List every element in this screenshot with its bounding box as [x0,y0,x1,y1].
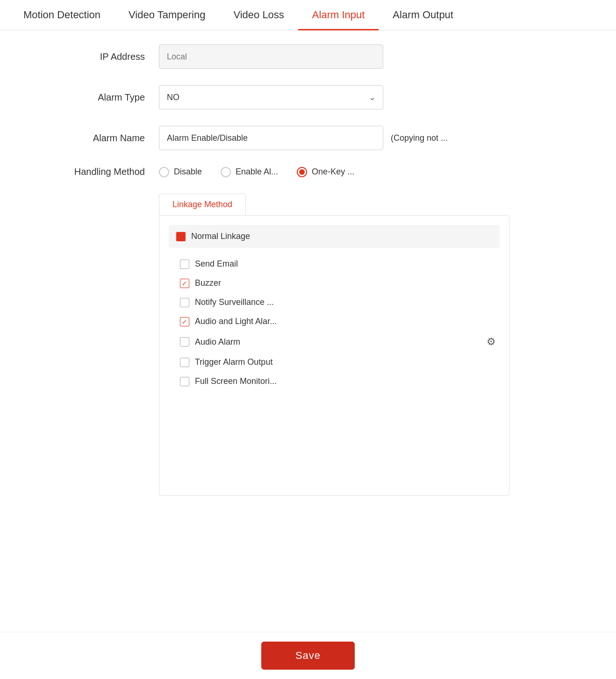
checkbox-buzzer[interactable]: ✓ [180,279,189,288]
ip-address-control [159,44,588,69]
radio-label-one-key: One-Key ... [312,167,354,177]
checkbox-label-send-email: Send Email [195,259,238,269]
alarm-type-select[interactable]: NONC [159,85,383,109]
ip-address-input[interactable] [159,44,383,69]
checkbox-row-full-screen-monitor: Full Screen Monitori... [176,372,500,391]
checkbox-label-buzzer: Buzzer [195,278,221,288]
handling-method-control: DisableEnable Al...One-Key ... [159,167,588,177]
checkbox-label-full-screen-monitor: Full Screen Monitori... [195,376,277,386]
handling-method-row: Handling Method DisableEnable Al...One-K… [28,166,588,177]
checkbox-row-notify-surveillance: Notify Surveillance ... [176,293,500,312]
checkbox-full-screen-monitor[interactable] [180,377,189,386]
radio-one-key[interactable]: One-Key ... [297,167,354,177]
gear-icon[interactable]: ⚙ [487,336,496,348]
checkbox-row-trigger-alarm-output: Trigger Alarm Output [176,353,500,372]
linkage-method-tab[interactable]: Linkage Method [159,194,246,215]
checkbox-trigger-alarm-output[interactable] [180,358,189,367]
form-content: IP Address Alarm Type NONC ⌄ Alarm Name … [0,30,616,524]
checkbox-label-notify-surveillance: Notify Surveillance ... [195,297,274,307]
radio-enable-al[interactable]: Enable Al... [221,167,278,177]
alarm-name-input[interactable] [159,126,383,150]
radio-label-disable: Disable [174,167,202,177]
radio-circle-one-key [297,167,307,177]
alarm-type-control: NONC ⌄ [159,85,588,109]
checkbox-list: Send Email✓BuzzerNotify Surveillance ...… [169,250,500,396]
radio-group: DisableEnable Al...One-Key ... [159,167,354,177]
save-bar: Save [0,632,616,679]
tab-video-loss[interactable]: Video Loss [219,0,298,30]
linkage-panel: Linkage Method Normal Linkage Send Email… [159,194,588,496]
tab-bar: Motion DetectionVideo TamperingVideo Los… [0,0,616,30]
ip-address-row: IP Address [28,44,588,69]
alarm-name-row: Alarm Name (Copying not ... [28,126,588,150]
alarm-name-label: Alarm Name [28,133,159,144]
checkbox-send-email[interactable] [180,260,189,269]
normal-linkage-header: Normal Linkage [169,225,500,248]
tab-video-tampering[interactable]: Video Tampering [115,0,219,30]
radio-circle-disable [159,167,169,177]
checkbox-row-buzzer: ✓Buzzer [176,274,500,293]
linkage-body: Normal Linkage Send Email✓BuzzerNotify S… [159,215,509,496]
save-button[interactable]: Save [261,642,355,670]
checkbox-row-audio-alarm: Audio Alarm⚙ [176,331,500,353]
radio-circle-enable-al [221,167,231,177]
alarm-name-control: (Copying not ... [159,126,588,150]
radio-label-enable-al: Enable Al... [236,167,278,177]
tab-alarm-output[interactable]: Alarm Output [379,0,467,30]
tab-motion-detection[interactable]: Motion Detection [9,0,115,30]
alarm-type-label: Alarm Type [28,92,159,103]
checkbox-audio-alarm[interactable] [180,337,189,347]
normal-linkage-label: Normal Linkage [191,231,250,241]
checkbox-row-audio-light-alarm: ✓Audio and Light Alar... [176,312,500,331]
checkbox-label-audio-alarm: Audio Alarm [195,337,240,347]
checkbox-row-send-email: Send Email [176,254,500,274]
checkbox-label-trigger-alarm-output: Trigger Alarm Output [195,357,272,367]
tab-alarm-input[interactable]: Alarm Input [298,0,379,30]
checkbox-notify-surveillance[interactable] [180,298,189,307]
radio-disable[interactable]: Disable [159,167,202,177]
handling-method-label: Handling Method [28,166,159,177]
checkbox-audio-light-alarm[interactable]: ✓ [180,317,189,326]
ip-address-label: IP Address [28,51,159,62]
alarm-type-select-wrapper: NONC ⌄ [159,85,383,109]
checkbox-label-audio-light-alarm: Audio and Light Alar... [195,317,277,326]
copying-note: (Copying not ... [391,133,448,143]
alarm-type-row: Alarm Type NONC ⌄ [28,85,588,109]
normal-linkage-checkbox[interactable] [176,232,186,241]
